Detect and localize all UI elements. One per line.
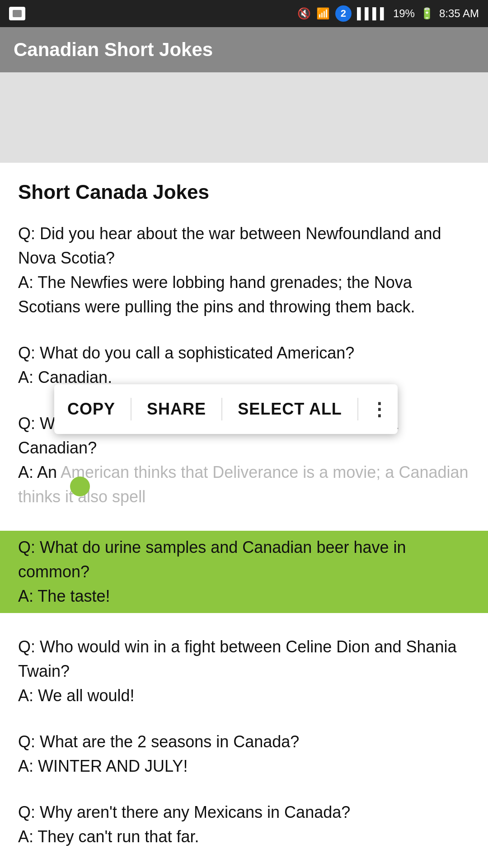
joke-7: Q: Why aren't there any Mexicans in Cana…: [18, 800, 470, 849]
selection-handle: [70, 476, 90, 496]
joke-6-question: Q: What are the 2 seasons in Canada?: [18, 732, 299, 751]
divider-3: [357, 398, 358, 420]
joke-4-question: Q: What do urine samples and Canadian be…: [18, 538, 406, 581]
mute-icon: 🔇: [297, 7, 311, 20]
status-bar: 🔇 📶 2 ▌▌▌▌ 19% 🔋 8:35 AM: [0, 0, 488, 27]
section-title: Short Canada Jokes: [18, 181, 470, 203]
joke-4: Q: What do urine samples and Canadian be…: [0, 531, 488, 613]
clock: 8:35 AM: [439, 7, 479, 20]
app-title: Canadian Short Jokes: [14, 39, 213, 61]
divider-2: [221, 398, 222, 420]
joke-1: Q: Did you hear about the war between Ne…: [18, 222, 470, 319]
joke-1-question: Q: Did you hear about the war between Ne…: [18, 224, 441, 267]
copy-button[interactable]: COPY: [56, 391, 126, 428]
more-options-button[interactable]: ⋮: [363, 390, 395, 429]
wifi-icon: 📶: [316, 7, 330, 20]
joke-7-answer: A: They can't run that far.: [18, 827, 199, 846]
status-left: [9, 7, 25, 20]
notification-badge: 2: [335, 5, 352, 22]
joke-1-answer: A: The Newfies were lobbing hand grenade…: [18, 273, 415, 316]
joke-6: Q: What are the 2 seasons in Canada? A: …: [18, 730, 470, 778]
joke-3-answer: A: An: [18, 463, 57, 481]
joke-5-question: Q: Who would win in a fight between Celi…: [18, 637, 457, 680]
joke-6-answer: A: WINTER AND JULY!: [18, 757, 188, 775]
select-all-button[interactable]: SELECT ALL: [227, 391, 353, 428]
joke-5-answer: A: We all would!: [18, 686, 134, 705]
context-menu-popup: COPY SHARE SELECT ALL ⋮: [54, 384, 398, 434]
photo-icon: [9, 7, 25, 20]
status-right: 🔇 📶 2 ▌▌▌▌ 19% 🔋 8:35 AM: [297, 5, 479, 22]
joke-4-answer: A: The taste!: [18, 587, 110, 605]
joke-5: Q: Who would win in a fight between Celi…: [18, 635, 470, 708]
ad-banner: [0, 72, 488, 163]
share-button[interactable]: SHARE: [136, 391, 217, 428]
joke-2-question: Q: What do you call a sophisticated Amer…: [18, 344, 354, 362]
joke-7-question: Q: Why aren't there any Mexicans in Cana…: [18, 803, 350, 821]
joke-2: Q: What do you call a sophisticated Amer…: [18, 341, 470, 390]
content-area: COPY SHARE SELECT ALL ⋮ Short Canada Jok…: [0, 163, 488, 868]
battery-level: 19%: [393, 7, 415, 20]
battery-icon: 🔋: [420, 7, 434, 20]
app-bar: Canadian Short Jokes: [0, 27, 488, 72]
joke-2-answer: A: Canadian.: [18, 368, 112, 387]
signal-icon: ▌▌▌▌: [357, 7, 388, 20]
divider-1: [131, 398, 131, 420]
